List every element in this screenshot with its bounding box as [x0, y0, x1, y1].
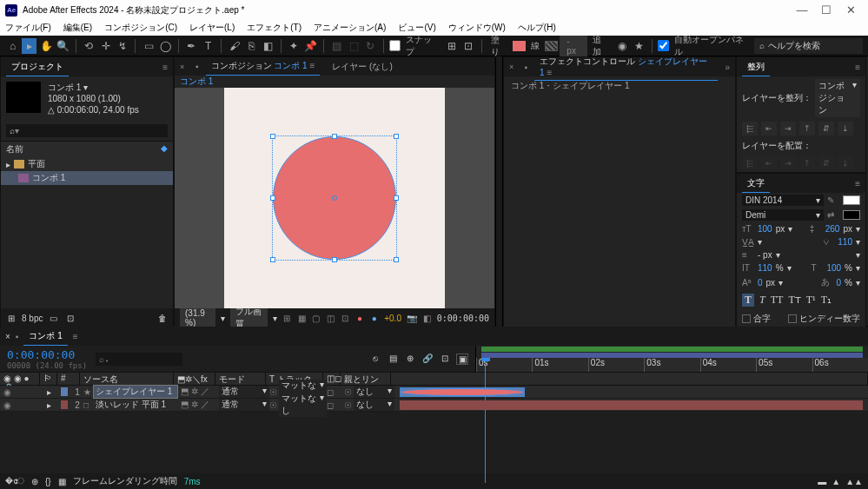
clone-tool[interactable]: ⎘	[243, 38, 258, 54]
fx-lock-icon[interactable]: ▪	[525, 63, 528, 72]
minimize-button[interactable]: —	[790, 3, 814, 17]
eraser-tool[interactable]: ◧	[261, 38, 275, 54]
handle-br[interactable]	[394, 257, 399, 262]
project-folder[interactable]: ▸ 平面	[1, 157, 173, 171]
allcaps[interactable]: TT	[771, 294, 784, 307]
tsume-value[interactable]: 0	[837, 278, 842, 287]
label-color[interactable]	[61, 400, 68, 409]
font-size[interactable]: 100	[758, 224, 772, 234]
zoom-in-icon[interactable]: ▲▲	[845, 477, 863, 486]
home-button[interactable]: ⌂	[5, 38, 20, 54]
col-source[interactable]: ソース名	[80, 373, 174, 385]
handle-tr[interactable]	[394, 134, 399, 139]
dist-6[interactable]: ⤓	[838, 156, 853, 170]
parent-dropdown[interactable]: なし▾	[354, 399, 394, 411]
subscript[interactable]: T₁	[821, 294, 832, 307]
brush-tool[interactable]: 🖌	[227, 38, 242, 54]
font-family-dropdown[interactable]: DIN 2014▾	[742, 195, 824, 206]
handle-tl[interactable]	[270, 134, 275, 139]
handle-ml[interactable]	[270, 195, 275, 201]
baseline-value[interactable]: 0	[758, 278, 763, 287]
tl-icon-4[interactable]: 🔗	[421, 354, 434, 365]
time-ruler-area[interactable]: 0s 01s 02s 03s 04s 05s 06s	[476, 346, 868, 372]
trackmatte-dropdown[interactable]: マットなし▾	[279, 393, 327, 417]
align-right[interactable]: ⇥	[780, 122, 796, 135]
zoom-tool[interactable]: 🔍	[56, 38, 70, 54]
help-search[interactable]: ⌕ ヘルプを検索	[754, 38, 863, 54]
add-menu[interactable]: ◉	[614, 38, 629, 54]
comp-duration-bar[interactable]	[481, 353, 863, 358]
dist-1[interactable]: ⬱	[742, 156, 758, 170]
current-timecode[interactable]: 0:00:00:00	[7, 348, 87, 361]
align-left[interactable]: ⬱	[742, 122, 758, 135]
menu-help[interactable]: ヘルプ(H)	[518, 22, 556, 34]
project-tab[interactable]: プロジェクト	[6, 58, 69, 76]
pen-tool[interactable]: ✒	[184, 38, 199, 54]
type-tool[interactable]: T	[201, 38, 215, 54]
align-bottom[interactable]: ⤓	[838, 122, 853, 135]
layer-switches[interactable]: ⬒ ✲ ／	[177, 399, 219, 411]
stroke-swatch[interactable]	[545, 41, 558, 51]
faux-bold[interactable]: T	[742, 294, 754, 307]
region-icon[interactable]: ⊡	[341, 314, 350, 323]
layer-row[interactable]: ◉▸2□淡いレッド 平面 1⬒ ✲ ／通常▾☉マットなし▾◻☉なし▾	[0, 399, 868, 412]
layer-row[interactable]: ◉▸1★シェイプレイヤー 1⬒ ✲ ／通常▾☉マットなし▾◻☉なし▾	[0, 386, 868, 399]
layer-bar-area[interactable]	[394, 399, 868, 411]
handle-bm[interactable]	[332, 257, 337, 262]
layer-duration-bar[interactable]	[400, 387, 525, 397]
layer-name[interactable]: シェイプレイヤー 1	[94, 386, 177, 398]
fx-close-icon[interactable]: ×	[509, 63, 518, 71]
interpret-button[interactable]: ⊞	[4, 314, 18, 323]
faux-italic[interactable]: T	[759, 294, 765, 307]
menu-view[interactable]: ビュー(V)	[398, 22, 435, 34]
menu-layer[interactable]: レイヤー(L)	[189, 22, 235, 34]
tl-icon-2[interactable]: ▤	[387, 354, 399, 365]
handle-tm[interactable]	[332, 134, 337, 139]
tracking-value[interactable]: 110	[838, 237, 852, 247]
anchor-tool[interactable]: ↯	[115, 38, 129, 54]
dist-5[interactable]: ⇵	[818, 156, 834, 170]
char-menu-icon[interactable]: ≡	[855, 179, 860, 188]
col-tag-icon[interactable]: ◆	[161, 143, 168, 155]
matte-toggle[interactable]: ◻	[327, 400, 344, 410]
grid-icon[interactable]: ▦	[297, 314, 307, 323]
hand-tool[interactable]: ✋	[38, 38, 53, 54]
exposure-value[interactable]: +0.0	[384, 314, 401, 323]
menu-edit[interactable]: 編集(E)	[63, 22, 92, 34]
blend-mode-dropdown[interactable]: 通常▾	[219, 399, 269, 411]
snapshot-icon[interactable]: 📷	[407, 314, 417, 323]
orbit-tool[interactable]: ⟲	[82, 38, 96, 54]
mask-icon[interactable]: ◫	[326, 314, 335, 323]
comp-breadcrumb[interactable]: コンポ 1	[180, 76, 213, 88]
visibility-toggle[interactable]: ◉	[0, 400, 40, 410]
bezier-toggle[interactable]: ★	[632, 38, 646, 54]
align-top[interactable]: ⤒	[799, 122, 815, 135]
project-search[interactable]: ⌕▾	[6, 124, 168, 137]
viewer-lock-icon[interactable]: ▪	[195, 62, 199, 71]
viewer-timecode[interactable]: 0:00:00:00	[437, 314, 489, 323]
layer-bar-area[interactable]	[394, 386, 868, 398]
handle-mr[interactable]	[394, 195, 399, 201]
viewer-close-icon[interactable]: ×	[180, 63, 189, 71]
selection-tool[interactable]: ▸	[22, 38, 36, 54]
dist-4[interactable]: ⤒	[799, 156, 815, 170]
tl-lock-icon[interactable]: ▪	[16, 332, 19, 341]
menu-window[interactable]: ウィンドウ(W)	[448, 22, 506, 34]
parent-dropdown[interactable]: なし▾	[354, 386, 394, 398]
delete-button[interactable]: 🗑	[156, 314, 169, 323]
label-color[interactable]	[61, 387, 68, 396]
toggle-in-out-icon[interactable]: {}	[45, 477, 51, 486]
col-mode[interactable]: モード	[215, 373, 266, 385]
align-tab[interactable]: 整列	[742, 58, 770, 76]
tl-icon-1[interactable]: ⎋	[369, 354, 381, 365]
graph-editor-icon[interactable]: ▣	[456, 354, 468, 365]
bpc-button[interactable]: 8 bpc	[22, 314, 43, 323]
anchor-point[interactable]	[332, 195, 337, 201]
guides-icon[interactable]: ▢	[311, 314, 321, 323]
resolution-dropdown[interactable]: フル画質	[230, 305, 268, 328]
time-ruler[interactable]: 0s 01s 02s 03s 04s 05s 06s	[476, 358, 868, 372]
roto-tool[interactable]: ✦	[287, 38, 301, 54]
font-style-dropdown[interactable]: Demi▾	[742, 209, 824, 221]
dist-2[interactable]: ⇤	[761, 156, 777, 170]
toggle-switches-icon[interactable]: �േ	[5, 476, 24, 486]
